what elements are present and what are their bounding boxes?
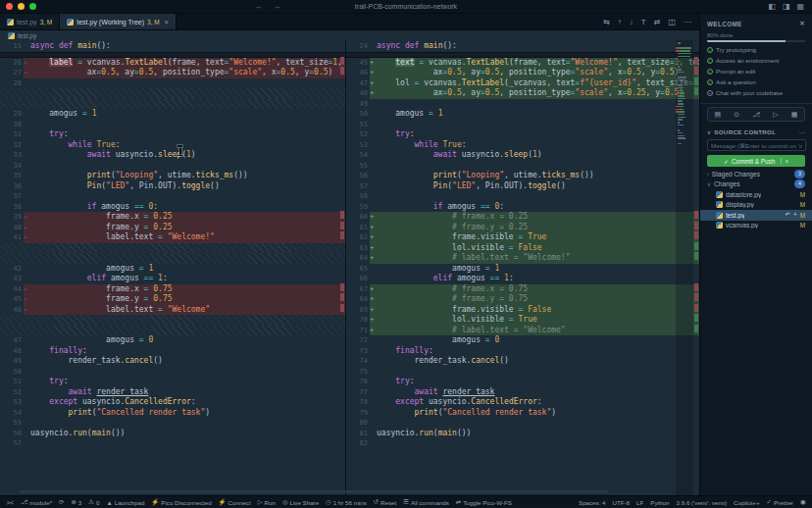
- code-line[interactable]: 35 print("Looping", utime.ticks_ms()): [0, 171, 345, 181]
- statusbar-notifications-bell[interactable]: ◉: [796, 496, 809, 508]
- statusbar-language-python[interactable]: Python: [647, 496, 673, 508]
- statusbar-interpreter[interactable]: 3.9.6 ('venv': venv): [673, 496, 731, 508]
- code-line[interactable]: 74 render_task.cancel(): [346, 356, 699, 367]
- code-line[interactable]: 67+ # frame.x = 0.75: [346, 284, 699, 295]
- code-line[interactable]: 60+ # frame.x = 0.25: [346, 212, 699, 223]
- statusbar-git-branch[interactable]: ⎇module*: [17, 496, 55, 508]
- welcome-checklist-item[interactable]: ✓Access an environment: [707, 57, 805, 64]
- close-icon[interactable]: ✕: [799, 20, 805, 27]
- code-line[interactable]: 53 while True:: [346, 140, 699, 151]
- statusbar-all-commands[interactable]: ☰All commands: [400, 496, 453, 508]
- code-line[interactable]: 65 amogus = 1: [346, 264, 699, 275]
- code-line[interactable]: 63+ lol.visible = False: [346, 243, 699, 254]
- code-line[interactable]: 46+ ax=0.5, ay=0.5, position_type="scale…: [346, 68, 699, 78]
- code-line[interactable]: 26- label = vcanvas.TextLabel(frame, tex…: [0, 58, 345, 69]
- code-line[interactable]: 59 if amogus == 0:: [346, 202, 699, 213]
- source-control-header[interactable]: ∨ SOURCE CONTROL ⋯: [700, 125, 812, 137]
- code-line[interactable]: 40- frame.y = 0.25: [0, 223, 345, 233]
- code-line[interactable]: 24 async def main():: [346, 41, 699, 52]
- code-line[interactable]: 76 try:: [346, 377, 699, 387]
- code-line[interactable]: 50: [0, 367, 345, 378]
- code-line[interactable]: 72 amogus = 0: [346, 335, 699, 346]
- code-line[interactable]: 45- frame.y = 0.75: [0, 294, 345, 305]
- scm-group-changes[interactable]: ∨Changes4: [700, 179, 812, 190]
- code-line[interactable]: 81 uasyncio.run(main()): [346, 429, 699, 439]
- statusbar-remote-indicator[interactable]: ><: [3, 496, 17, 508]
- code-line[interactable]: 36 Pin("LED", Pin.OUT).toggle(): [0, 181, 345, 192]
- statusbar-eol[interactable]: LF: [634, 496, 647, 508]
- breadcrumb[interactable]: test.py: [0, 30, 699, 40]
- code-line[interactable]: 49 render_task.cancel(): [0, 356, 345, 367]
- code-line[interactable]: 41- label.text = "Welcome!": [0, 232, 345, 243]
- welcome-checklist-item[interactable]: ✓Ask a question: [707, 78, 805, 85]
- code-line[interactable]: 42 amogus = 1: [0, 264, 345, 275]
- code-line[interactable]: 50 amogus = 1: [346, 109, 699, 120]
- statusbar-pico-status[interactable]: ⚡Pico Disconnected: [148, 496, 215, 508]
- zoom-window-button[interactable]: [29, 3, 36, 10]
- more-actions-icon[interactable]: ⋯: [684, 18, 691, 26]
- open-changes-icon[interactable]: ⇆: [603, 18, 610, 26]
- code-line[interactable]: 82: [346, 438, 699, 449]
- commit-button[interactable]: ✓ Commit & Push ∨: [707, 155, 805, 167]
- toggle-secondary-sidebar-icon[interactable]: ◨: [783, 2, 790, 11]
- code-line[interactable]: 32 while True:: [0, 140, 345, 151]
- statusbar-live-share[interactable]: ◎Live Share: [279, 496, 322, 508]
- minimap[interactable]: [676, 40, 693, 495]
- code-line[interactable]: 56 uasyncio.run(main()): [0, 429, 345, 439]
- code-line[interactable]: 39- frame.x = 0.25: [0, 212, 345, 223]
- statusbar-reset[interactable]: ↺Reset: [370, 496, 400, 508]
- code-line[interactable]: 64+ # label.text = "Welcome!": [346, 253, 699, 264]
- scm-group-staged-changes[interactable]: ›Staged Changes3: [700, 169, 812, 179]
- code-line[interactable]: 54 await uasyncio.sleep(1): [346, 150, 699, 161]
- code-line[interactable]: 57 Pin("LED", Pin.OUT).toggle(): [346, 181, 699, 192]
- statusbar-pico-connect[interactable]: ⚡Connect: [215, 496, 254, 508]
- statusbar-indentation[interactable]: Spaces: 4: [576, 496, 610, 508]
- code-line[interactable]: 52 try:: [346, 129, 699, 140]
- close-window-button[interactable]: [6, 3, 13, 10]
- code-line[interactable]: 51 try:: [0, 377, 345, 387]
- panel-run-icon[interactable]: ▷: [773, 111, 778, 119]
- scm-file-row[interactable]: datastore.pyM: [700, 189, 812, 200]
- toggle-panel-icon[interactable]: ◧: [768, 2, 776, 11]
- code-line[interactable]: 45+ text = vcanvas.TextLabel(frame, text…: [346, 58, 699, 69]
- code-line[interactable]: 46- label.text = "Welcome": [0, 305, 345, 316]
- editor-tab[interactable]: test.py (Working Tree)3, M×: [60, 14, 176, 29]
- editor-tab[interactable]: test.py3, M: [0, 14, 60, 29]
- panel-files-icon[interactable]: ▤: [715, 111, 722, 119]
- discard-changes-icon[interactable]: ↶: [786, 211, 790, 219]
- code-line[interactable]: 47+ lol = vcanvas.TextLabel(_vcanvas, te…: [346, 78, 699, 89]
- nav-forward-icon[interactable]: →: [273, 2, 280, 11]
- code-line[interactable]: 48+ ax=0.5, ay=0.5, position_type="scale…: [346, 88, 699, 99]
- statusbar-encoding[interactable]: UTF-8: [609, 496, 634, 508]
- code-line[interactable]: 56 print("Looping", utime.ticks_ms()): [346, 171, 699, 181]
- statusbar-launchpad[interactable]: ▲Launchpad: [103, 496, 148, 508]
- panel-source-control-icon[interactable]: ⎇: [752, 111, 760, 119]
- code-line[interactable]: 51: [346, 120, 699, 130]
- swap-diff-sides-icon[interactable]: ⇄: [654, 18, 661, 26]
- code-line[interactable]: 48 finally:: [0, 346, 345, 357]
- code-line[interactable]: 68+ # frame.y = 0.75: [346, 294, 699, 305]
- code-line[interactable]: 31 try:: [0, 129, 345, 140]
- commit-dropdown-icon[interactable]: ∨: [781, 158, 788, 164]
- scm-file-row[interactable]: display.pyM: [700, 200, 812, 211]
- panel-extensions-icon[interactable]: ▦: [791, 111, 798, 119]
- code-line[interactable]: 73 finally:: [346, 346, 699, 357]
- code-line[interactable]: 34: [0, 161, 345, 172]
- statusbar-prettier[interactable]: ✓Prettier: [763, 496, 796, 508]
- customize-layout-icon[interactable]: ▦: [796, 2, 804, 11]
- code-line[interactable]: 57: [0, 438, 345, 449]
- code-line[interactable]: 71+ # label.text = "Welcome": [346, 326, 699, 336]
- scm-file-row[interactable]: test.py↶+M: [700, 210, 812, 221]
- code-line[interactable]: 49: [346, 99, 699, 110]
- toggle-whitespace-icon[interactable]: T: [641, 18, 646, 26]
- code-line[interactable]: 78 except uasyncio.CancelledError:: [346, 397, 699, 408]
- diff-modified-pane[interactable]: 24 async def main():45+ text = vcanvas.T…: [346, 40, 699, 495]
- code-line[interactable]: 38 if amogus == 0:: [0, 202, 345, 213]
- nav-back-icon[interactable]: ←: [255, 2, 263, 11]
- statusbar-run[interactable]: ▷Run: [254, 496, 279, 508]
- welcome-checklist-item[interactable]: ✓Prompt an edit: [707, 68, 805, 75]
- code-line[interactable]: 43 elif amogus == 1:: [0, 274, 345, 284]
- statusbar-toggle-pico-w-fs[interactable]: ⇄Toggle Pico-W-FS: [452, 496, 515, 508]
- horizontal-scrollbar[interactable]: [20, 490, 608, 493]
- statusbar-copilot[interactable]: Copilot++: [731, 496, 764, 508]
